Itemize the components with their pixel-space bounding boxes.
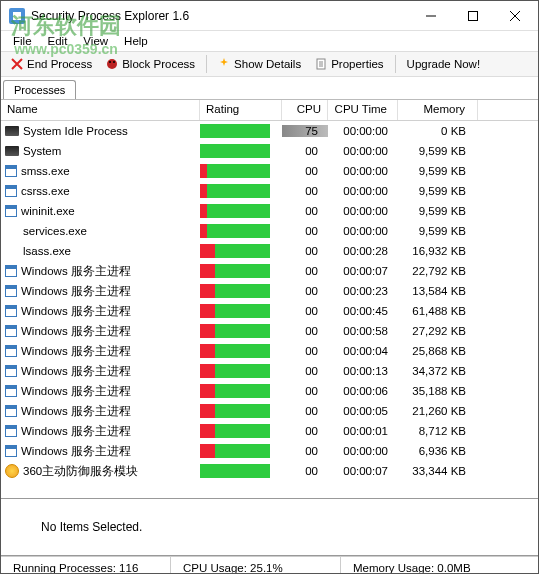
header-cpu[interactable]: CPU bbox=[282, 100, 328, 120]
svg-point-4 bbox=[113, 61, 115, 63]
maximize-button[interactable] bbox=[452, 2, 494, 30]
show-details-button[interactable]: Show Details bbox=[212, 56, 307, 72]
window-icon bbox=[5, 305, 17, 317]
cputime-value: 00:00:00 bbox=[328, 165, 398, 177]
window-icon bbox=[5, 425, 17, 437]
toolbar: End Process Block Process Show Details P… bbox=[1, 51, 538, 77]
memory-value: 9,599 KB bbox=[398, 165, 478, 177]
cputime-value: 00:00:58 bbox=[328, 325, 398, 337]
properties-button[interactable]: Properties bbox=[309, 56, 389, 72]
table-row[interactable]: Windows 服务主进程0000:00:0425,868 KB bbox=[1, 341, 538, 361]
menu-help[interactable]: Help bbox=[116, 33, 156, 49]
svg-point-2 bbox=[107, 59, 117, 69]
block-process-button[interactable]: Block Process bbox=[100, 56, 201, 72]
cpu-value: 00 bbox=[282, 285, 328, 297]
header-name[interactable]: Name bbox=[1, 100, 200, 120]
table-row[interactable]: smss.exe0000:00:009,599 KB bbox=[1, 161, 538, 181]
window-icon bbox=[5, 325, 17, 337]
memory-value: 27,292 KB bbox=[398, 325, 478, 337]
close-button[interactable] bbox=[494, 2, 536, 30]
process-name: System bbox=[23, 145, 61, 157]
rating-bar bbox=[200, 384, 270, 398]
menu-view[interactable]: View bbox=[75, 33, 116, 49]
statusbar: Running Processes: 116 CPU Usage: 25.1% … bbox=[1, 556, 538, 574]
rating-bar bbox=[200, 424, 270, 438]
header-memory[interactable]: Memory bbox=[398, 100, 478, 120]
cpu-value: 00 bbox=[282, 225, 328, 237]
upgrade-button[interactable]: Upgrade Now! bbox=[401, 56, 487, 72]
memory-value: 8,712 KB bbox=[398, 425, 478, 437]
titlebar: Security Process Explorer 1.6 bbox=[1, 1, 538, 31]
rating-bar bbox=[200, 184, 270, 198]
table-row[interactable]: lsass.exe0000:00:2816,932 KB bbox=[1, 241, 538, 261]
table-row[interactable]: Windows 服务主进程0000:00:006,936 KB bbox=[1, 441, 538, 461]
rating-bar bbox=[200, 324, 270, 338]
table-row[interactable]: Windows 服务主进程0000:00:5827,292 KB bbox=[1, 321, 538, 341]
cpu-value: 00 bbox=[282, 165, 328, 177]
table-row[interactable]: System0000:00:009,599 KB bbox=[1, 141, 538, 161]
process-name: Windows 服务主进程 bbox=[21, 424, 131, 439]
table-row[interactable]: services.exe0000:00:009,599 KB bbox=[1, 221, 538, 241]
cputime-value: 00:00:04 bbox=[328, 345, 398, 357]
cpu-value: 00 bbox=[282, 305, 328, 317]
cpu-value: 00 bbox=[282, 465, 328, 477]
table-row[interactable]: csrss.exe0000:00:009,599 KB bbox=[1, 181, 538, 201]
memory-value: 34,372 KB bbox=[398, 365, 478, 377]
end-process-button[interactable]: End Process bbox=[5, 56, 98, 72]
process-name: System Idle Process bbox=[23, 125, 128, 137]
memory-value: 33,344 KB bbox=[398, 465, 478, 477]
memory-value: 9,599 KB bbox=[398, 185, 478, 197]
cputime-value: 00:00:00 bbox=[328, 185, 398, 197]
header-rating[interactable]: Rating bbox=[200, 100, 282, 120]
table-row[interactable]: wininit.exe0000:00:009,599 KB bbox=[1, 201, 538, 221]
process-list[interactable]: System Idle Process7500:00:000 KBSystem0… bbox=[1, 121, 538, 498]
document-icon bbox=[315, 58, 327, 70]
memory-value: 9,599 KB bbox=[398, 205, 478, 217]
table-row[interactable]: Windows 服务主进程0000:00:018,712 KB bbox=[1, 421, 538, 441]
cputime-value: 00:00:05 bbox=[328, 405, 398, 417]
table-row[interactable]: Windows 服务主进程0000:00:4561,488 KB bbox=[1, 301, 538, 321]
sparkle-icon bbox=[218, 58, 230, 70]
detail-empty-text: No Items Selected. bbox=[41, 520, 142, 534]
cputime-value: 00:00:07 bbox=[328, 265, 398, 277]
rating-bar bbox=[200, 304, 270, 318]
memory-value: 13,584 KB bbox=[398, 285, 478, 297]
table-row[interactable]: Windows 服务主进程0000:00:1334,372 KB bbox=[1, 361, 538, 381]
window-icon bbox=[5, 165, 17, 177]
tab-processes[interactable]: Processes bbox=[3, 80, 76, 99]
minimize-button[interactable] bbox=[410, 2, 452, 30]
table-row[interactable]: Windows 服务主进程0000:00:2313,584 KB bbox=[1, 281, 538, 301]
svg-rect-1 bbox=[469, 11, 478, 20]
cputime-value: 00:00:00 bbox=[328, 145, 398, 157]
header-cputime[interactable]: CPU Time bbox=[328, 100, 398, 120]
cpu-value: 00 bbox=[282, 385, 328, 397]
cpu-value: 75 bbox=[282, 125, 328, 137]
process-name: Windows 服务主进程 bbox=[21, 264, 131, 279]
table-row[interactable]: Windows 服务主进程0000:00:0635,188 KB bbox=[1, 381, 538, 401]
table-row[interactable]: System Idle Process7500:00:000 KB bbox=[1, 121, 538, 141]
shield-icon bbox=[5, 464, 19, 478]
table-row[interactable]: Windows 服务主进程0000:00:0722,792 KB bbox=[1, 261, 538, 281]
process-name: Windows 服务主进程 bbox=[21, 384, 131, 399]
cpu-value: 00 bbox=[282, 325, 328, 337]
menu-edit[interactable]: Edit bbox=[40, 33, 76, 49]
memory-value: 9,599 KB bbox=[398, 225, 478, 237]
table-row[interactable]: Windows 服务主进程0000:00:0521,260 KB bbox=[1, 401, 538, 421]
rating-bar bbox=[200, 244, 270, 258]
cpu-value: 00 bbox=[282, 245, 328, 257]
cputime-value: 00:00:28 bbox=[328, 245, 398, 257]
blank-icon bbox=[5, 224, 19, 238]
menu-file[interactable]: File bbox=[5, 33, 40, 49]
process-name: lsass.exe bbox=[23, 245, 71, 257]
cputime-value: 00:00:00 bbox=[328, 445, 398, 457]
system-icon bbox=[5, 126, 19, 136]
status-cpu: CPU Usage: 25.1% bbox=[171, 557, 341, 574]
cputime-value: 00:00:00 bbox=[328, 125, 398, 137]
window-icon bbox=[5, 285, 17, 297]
cpu-value: 00 bbox=[282, 445, 328, 457]
window-icon bbox=[5, 365, 17, 377]
cpu-value: 00 bbox=[282, 145, 328, 157]
memory-value: 6,936 KB bbox=[398, 445, 478, 457]
process-name: Windows 服务主进程 bbox=[21, 284, 131, 299]
table-row[interactable]: 360主动防御服务模块0000:00:0733,344 KB bbox=[1, 461, 538, 481]
